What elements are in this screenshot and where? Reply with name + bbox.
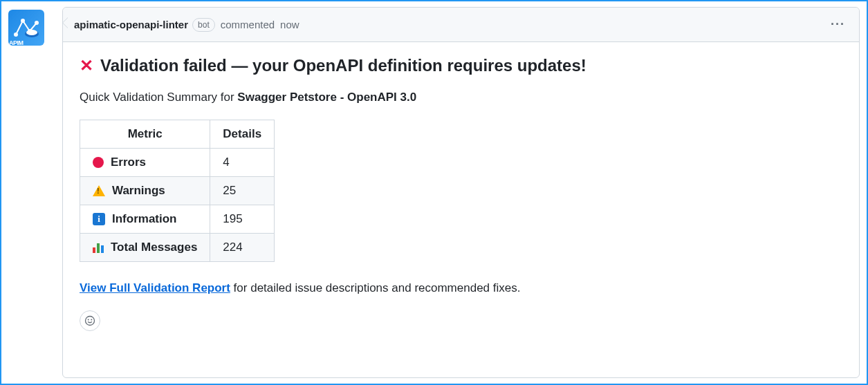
svg-point-6 bbox=[86, 317, 95, 326]
avatar[interactable]: APIM bbox=[8, 10, 44, 46]
cross-icon: ✕ bbox=[80, 56, 93, 75]
title-row: ✕ Validation failed — your OpenAPI defin… bbox=[80, 56, 842, 75]
summary-target: Swagger Petstore - OpenAPI 3.0 bbox=[237, 91, 416, 104]
table-row: Warnings 25 bbox=[80, 177, 275, 205]
svg-point-7 bbox=[88, 319, 89, 321]
kebab-menu-icon[interactable]: ··· bbox=[828, 15, 848, 35]
table-row: Total Messages 224 bbox=[80, 234, 275, 262]
metric-label: Total Messages bbox=[111, 241, 197, 254]
footer-line: View Full Validation Report for detailed… bbox=[80, 281, 842, 295]
smiley-icon bbox=[84, 315, 95, 326]
table-row: Errors 4 bbox=[80, 149, 275, 177]
add-reaction-button[interactable] bbox=[80, 310, 100, 331]
warning-triangle-icon bbox=[93, 185, 105, 196]
info-square-icon: i bbox=[93, 213, 105, 225]
metric-label: Warnings bbox=[112, 184, 165, 198]
svg-point-0 bbox=[14, 32, 18, 37]
metric-label: Information bbox=[112, 212, 177, 226]
metrics-table: Metric Details Errors 4 bbox=[80, 120, 275, 262]
svg-point-3 bbox=[35, 21, 39, 25]
comment-author[interactable]: apimatic-openapi-linter bbox=[74, 19, 188, 30]
summary-prefix: Quick Validation Summary for bbox=[80, 91, 237, 104]
col-header-metric: Metric bbox=[80, 120, 210, 149]
validation-title: Validation failed — your OpenAPI definit… bbox=[100, 56, 587, 75]
metric-label: Errors bbox=[111, 156, 146, 169]
metric-value: 4 bbox=[210, 149, 275, 177]
comment-container: APIM apimatic-openapi-linter bot comment… bbox=[1, 1, 867, 384]
summary-line: Quick Validation Summary for Swagger Pet… bbox=[80, 91, 842, 104]
avatar-label: APIM bbox=[9, 39, 24, 46]
svg-point-5 bbox=[26, 30, 37, 35]
view-report-link[interactable]: View Full Validation Report bbox=[80, 281, 230, 294]
footer-suffix: for detailed issue descriptions and reco… bbox=[230, 281, 521, 294]
avatar-column: APIM bbox=[8, 7, 50, 378]
metric-value: 195 bbox=[210, 205, 275, 234]
red-circle-icon bbox=[93, 157, 104, 168]
bar-chart-icon bbox=[93, 242, 104, 253]
comment-body: ✕ Validation failed — your OpenAPI defin… bbox=[63, 42, 859, 341]
col-header-details: Details bbox=[210, 120, 275, 149]
bot-badge: bot bbox=[192, 18, 215, 32]
comment-action: commented bbox=[221, 19, 275, 30]
comment-header: apimatic-openapi-linter bot commented no… bbox=[63, 8, 859, 42]
comment-timestamp[interactable]: now bbox=[280, 19, 299, 30]
metric-value: 224 bbox=[210, 234, 275, 262]
apimatic-logo-icon bbox=[12, 17, 40, 38]
table-row: i Information 195 bbox=[80, 205, 275, 234]
svg-point-8 bbox=[91, 319, 92, 321]
comment-box: apimatic-openapi-linter bot commented no… bbox=[62, 7, 860, 378]
svg-point-1 bbox=[21, 19, 25, 23]
metric-value: 25 bbox=[210, 177, 275, 205]
